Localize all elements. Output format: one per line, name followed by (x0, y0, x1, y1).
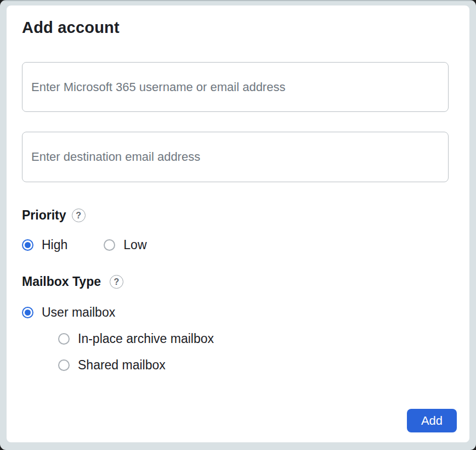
destination-email-input[interactable] (22, 132, 449, 182)
dialog-title: Add account (22, 19, 120, 37)
radio-button-icon[interactable] (22, 307, 33, 318)
priority-help-icon[interactable]: ? (72, 209, 86, 222)
window-frame: Add account Priority ? High Low Mailbox … (0, 0, 476, 450)
radio-button-icon[interactable] (58, 333, 70, 345)
radio-label: User mailbox (42, 305, 115, 320)
mailbox-type-section-header: Mailbox Type ? (22, 274, 123, 289)
radio-button-icon[interactable] (58, 359, 70, 371)
add-button[interactable]: Add (407, 409, 457, 432)
priority-radio-group: High Low (22, 238, 147, 252)
priority-section-header: Priority ? (22, 208, 86, 223)
priority-label: Priority (22, 208, 66, 223)
mailbox-type-help-icon[interactable]: ? (110, 275, 123, 289)
radio-shared-mailbox[interactable]: Shared mailbox (58, 358, 166, 373)
radio-priority-low[interactable]: Low (104, 238, 146, 252)
source-email-input[interactable] (22, 62, 449, 112)
radio-label: High (42, 238, 67, 252)
radio-button-icon[interactable] (22, 239, 33, 251)
radio-button-icon[interactable] (104, 239, 115, 251)
radio-inplace-archive-mailbox[interactable]: In-place archive mailbox (58, 331, 214, 346)
mailbox-type-label: Mailbox Type (22, 274, 101, 289)
radio-user-mailbox[interactable]: User mailbox (22, 305, 115, 320)
radio-label: Low (123, 238, 146, 252)
add-account-dialog: Add account Priority ? High Low Mailbox … (7, 5, 469, 442)
radio-label: In-place archive mailbox (78, 331, 214, 346)
radio-label: Shared mailbox (78, 358, 166, 373)
radio-priority-high[interactable]: High (22, 238, 67, 252)
